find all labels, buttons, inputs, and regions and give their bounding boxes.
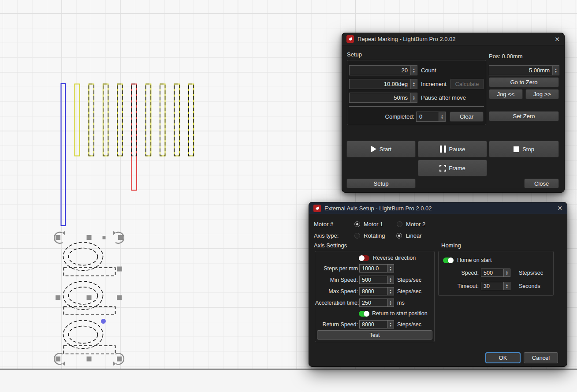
application-window: Repeat Marking - LightBurn Pro 2.0.02 ✕ … [0, 0, 577, 392]
shape-rects-dashed[interactable] [89, 84, 194, 156]
min-speed-spinner[interactable]: ▲▼ [387, 276, 394, 284]
pos-spinner[interactable]: ▲▼ [553, 65, 559, 75]
setup-button[interactable]: Setup [346, 179, 416, 188]
close-icon[interactable]: ✕ [557, 205, 562, 211]
close-button[interactable]: Close [524, 179, 559, 188]
frame-icon [439, 165, 446, 172]
completed-spinner[interactable]: ▲▼ [439, 112, 446, 122]
motor-row: Motor # Motor 1 Motor 2 [314, 220, 425, 228]
count-row: 20 ▲▼ Count [349, 65, 436, 75]
homing-timeout-input[interactable]: 30 [481, 282, 504, 290]
shape-rect-red[interactable] [132, 84, 137, 190]
linear-radio[interactable] [396, 233, 402, 239]
homing-group-label: Homing [441, 242, 461, 249]
count-spinner[interactable]: ▲▼ [411, 65, 417, 75]
homing-speed-input[interactable]: 500 [481, 269, 504, 277]
min-speed-input[interactable]: 500 [359, 276, 387, 284]
homing-groupbox: Home on start Speed: 500 ▲▼ Steps/sec Ti… [438, 251, 554, 296]
motor-2-label: Motor 2 [406, 221, 425, 228]
rotating-label: Rotating [364, 232, 385, 239]
axis-settings-group-label: Axis Settings [314, 242, 347, 249]
return-to-start-row: Return to start position [359, 310, 428, 317]
linear-label: Linear [406, 232, 421, 239]
home-on-start-label: Home on start [457, 257, 492, 263]
repeat-dialog-titlebar[interactable]: Repeat Marking - LightBurn Pro 2.0.02 ✕ [342, 33, 564, 45]
return-to-start-toggle[interactable] [359, 311, 369, 317]
jog-forward-button[interactable]: Jog >> [525, 89, 559, 99]
steps-per-mm-input[interactable]: 1000.0 [359, 264, 387, 273]
frame-button[interactable]: Frame [418, 160, 487, 176]
steps-per-mm-spinner[interactable]: ▲▼ [387, 264, 394, 273]
start-button[interactable]: Start [346, 141, 416, 157]
return-speed-spinner[interactable]: ▲▼ [387, 320, 394, 329]
pause-button[interactable]: Pause [418, 141, 487, 157]
pause-icon [440, 146, 446, 153]
return-speed-input[interactable]: 8000 [359, 320, 387, 329]
completed-row: Completed: 0 ▲▼ Clear [349, 112, 484, 122]
homing-speed-spinner[interactable]: ▲▼ [504, 269, 510, 277]
pause-after-row: 50ms ▲▼ Pause after move [349, 93, 466, 103]
ok-button[interactable]: OK [485, 352, 521, 363]
increment-row: 10.00deg ▲▼ Increment [349, 79, 447, 89]
lightburn-logo-icon [346, 35, 354, 43]
completed-input[interactable]: 0 [416, 112, 439, 122]
lightburn-logo-icon [313, 205, 321, 212]
acceleration-time-spinner[interactable]: ▲▼ [387, 299, 394, 307]
close-icon[interactable]: ✕ [555, 36, 560, 42]
motor-1-radio[interactable] [354, 221, 360, 227]
increment-label: Increment [421, 81, 447, 87]
motor-1-label: Motor 1 [364, 221, 383, 228]
stop-button[interactable]: Stop [489, 141, 559, 157]
play-icon [371, 146, 376, 153]
pos-label: Pos: 0.00mm [489, 53, 523, 60]
axis-settings-groupbox: Reverse direction Steps per mm 1000.0 ▲▼… [315, 251, 435, 342]
pos-input[interactable]: 5.00mm [489, 65, 553, 75]
pause-after-label: Pause after move [421, 94, 466, 101]
repeat-dialog-title: Repeat Marking - LightBurn Pro 2.0.02 [357, 36, 456, 42]
acceleration-time-input[interactable]: 250 [359, 299, 387, 307]
return-to-start-label: Return to start position [372, 310, 428, 317]
home-on-start-row: Home on start [443, 257, 492, 263]
increment-input[interactable]: 10.00deg [349, 79, 411, 89]
return-speed-row: Return Speed: 8000 ▲▼ Steps/sec [315, 320, 421, 329]
clear-button[interactable]: Clear [450, 112, 484, 122]
calculate-button[interactable]: Calculate [450, 79, 484, 89]
max-speed-input[interactable]: 8000 [359, 287, 387, 295]
completed-label: Completed: [349, 113, 414, 120]
min-speed-row: Min Speed: 500 ▲▼ Steps/sec [315, 276, 421, 284]
pause-after-spinner[interactable]: ▲▼ [411, 93, 417, 103]
pause-after-input[interactable]: 50ms [349, 93, 411, 103]
set-zero-button[interactable]: Set Zero [489, 111, 559, 121]
rotating-radio[interactable] [354, 233, 360, 239]
home-on-start-toggle[interactable] [443, 258, 454, 263]
increment-spinner[interactable]: ▲▼ [411, 79, 417, 89]
jog-back-button[interactable]: Jog << [489, 89, 523, 99]
count-label: Count [421, 67, 436, 74]
shape-rect-blue[interactable] [61, 84, 66, 226]
homing-speed-row: Speed: 500 ▲▼ Steps/sec [439, 269, 543, 277]
workspace-margin [0, 370, 577, 392]
acceleration-time-row: Acceleration time: 250 ▲▼ ms [315, 299, 405, 307]
go-to-zero-button[interactable]: Go to Zero [489, 77, 559, 87]
max-speed-spinner[interactable]: ▲▼ [387, 287, 394, 295]
homing-timeout-row: Timeout: 30 ▲▼ Seconds [439, 282, 540, 290]
setup-divider [349, 106, 484, 107]
setup-group-label: Setup [347, 51, 362, 58]
max-speed-row: Max Speed: 8000 ▲▼ Steps/sec [315, 287, 421, 295]
cancel-button[interactable]: Cancel [524, 352, 558, 363]
repeat-marking-dialog: Repeat Marking - LightBurn Pro 2.0.02 ✕ … [342, 33, 565, 193]
axis-type-row: Axis type: Rotating Linear [314, 232, 422, 239]
node-dot[interactable] [101, 319, 106, 324]
count-input[interactable]: 20 [349, 65, 411, 75]
axis-type-label: Axis type: [314, 232, 354, 239]
steps-per-mm-row: Steps per mm 1000.0 ▲▼ [315, 264, 397, 273]
external-axis-dialog: External Axis Setup - LightBurn Pro 2.0.… [309, 202, 567, 367]
axis-dialog-titlebar[interactable]: External Axis Setup - LightBurn Pro 2.0.… [309, 202, 567, 214]
motor-2-radio[interactable] [397, 221, 402, 227]
pos-row: 5.00mm ▲▼ [489, 65, 559, 75]
motor-label: Motor # [314, 221, 354, 228]
test-button[interactable]: Test [317, 330, 432, 340]
homing-timeout-spinner[interactable]: ▲▼ [504, 282, 510, 290]
shape-rects-yellow[interactable] [75, 84, 194, 156]
reverse-direction-toggle[interactable] [359, 255, 369, 261]
